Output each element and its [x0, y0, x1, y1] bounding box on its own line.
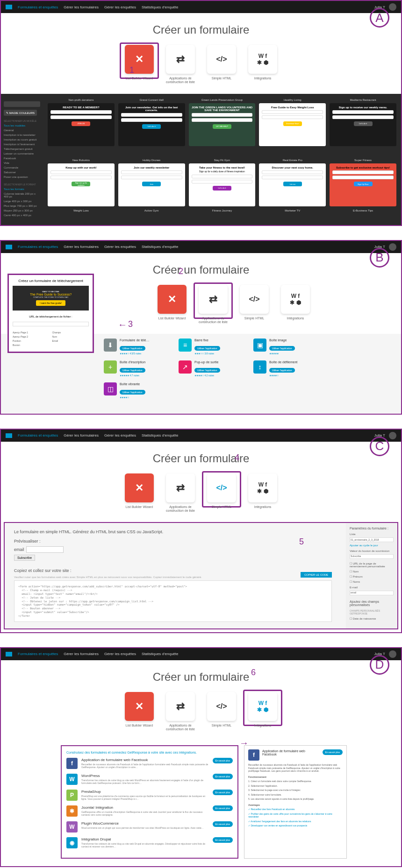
filter-item[interactable]: Inscription au cours gratuit — [4, 137, 40, 142]
app-icon: ⬇ — [104, 339, 117, 352]
template-card[interactable]: Sign up to receive our weekly menu.Let's… — [330, 103, 396, 146]
tile-wizard[interactable]: ✕ List Builder Wizard — [122, 45, 157, 85]
settings-panel: Paramètres du formulaire : Liste 01_anni… — [346, 523, 397, 628]
app-item[interactable]: ▣Boîte imageUtiliser l'application★★★★★ — [253, 339, 319, 355]
use-app-button[interactable]: Utiliser l'application — [120, 390, 145, 395]
tile-wizard[interactable]: ✕List Builder Wizard — [155, 285, 189, 325]
code-block[interactable]: <form action="https://app.getresponse.co… — [14, 580, 332, 621]
app-item[interactable]: ⬇Formulaire de télé…Utiliser l'applicati… — [104, 339, 169, 355]
filter-item[interactable]: Vide — [4, 161, 40, 165]
copy-code-button[interactable]: COPIER LE CODE — [301, 572, 332, 578]
tile-html[interactable]: </>Simple HTML — [204, 473, 239, 513]
template-card[interactable]: Subscribe to get exclusive workout tips!… — [330, 163, 396, 206]
integration-item[interactable]: ◉Intégration DrupalTransformez les visit… — [66, 837, 233, 848]
liste-select[interactable]: 01_anniversaire_2_3_2018 — [350, 537, 394, 542]
tile-wizard[interactable]: ✕List Builder Wizard — [122, 692, 157, 732]
subscribe-button[interactable]: Subscribe — [14, 555, 35, 561]
use-app-button[interactable]: Utiliser l'application — [120, 368, 145, 373]
filter-item[interactable]: Commande — [4, 165, 40, 170]
preview-cta[interactable]: I want the free guide! — [36, 300, 65, 306]
template-card[interactable]: Take your fitness to the next level!Sign… — [189, 163, 256, 206]
learn-more-button[interactable]: En savoir plus — [213, 837, 233, 843]
magic-colors-button[interactable]: ✎ MAGIE COULEURS — [4, 110, 37, 116]
integration-item[interactable]: PPrestaShopPrestaShop est une plateforme… — [66, 790, 233, 801]
use-app-button[interactable]: Utiliser l'application — [194, 346, 220, 351]
filter-item[interactable]: Inscription à la newsletter — [4, 133, 40, 137]
tile-integrations[interactable]: W f✱ ⬢Intégrations — [278, 285, 313, 325]
integration-item[interactable]: WPlugin WooCommerceWooCommerce est un pl… — [66, 821, 233, 833]
nav-sub3[interactable]: Statistiques d'enquête — [142, 5, 178, 9]
tile-apps[interactable]: ⇄Applications de construction de liste — [163, 692, 198, 732]
use-app-button[interactable]: Utiliser l'application — [194, 368, 220, 373]
format-all[interactable]: Tous les formats — [4, 187, 40, 191]
facebook-icon: f — [248, 749, 259, 761]
card-header: Non-profit donations — [48, 99, 115, 101]
letter-a: A — [370, 8, 389, 28]
integration-item[interactable]: ✱Joomla! IntégrationGetResponse offre un… — [66, 805, 233, 817]
template-card[interactable]: Keep up with our work!Sign me up for upd… — [48, 163, 115, 206]
url-input[interactable] — [13, 322, 89, 326]
tile-html[interactable]: </>Simple HTML — [204, 45, 239, 85]
avatar-icon[interactable] — [389, 243, 396, 251]
filter-item[interactable]: Général — [4, 128, 40, 133]
nav-sub1[interactable]: Gérer les formulaires — [64, 5, 99, 9]
tile-wizard[interactable]: ✕List Builder Wizard — [122, 473, 157, 513]
template-card[interactable]: JOIN THE GREEN LANDS VOLUNTEERS AND SAVE… — [189, 103, 256, 146]
nav-menu[interactable]: Formulaires et enquêtes — [18, 5, 58, 9]
use-app-button[interactable]: Utiliser l'application — [269, 346, 295, 351]
use-app-button[interactable]: Utiliser l'application — [269, 368, 295, 373]
avatar-icon[interactable] — [389, 3, 396, 11]
learn-more-button[interactable]: En savoir plus — [213, 758, 233, 763]
template-card[interactable]: READY TO BE A MEMBER?JOIN US — [48, 103, 115, 146]
detail-button[interactable]: En savoir plus — [323, 749, 343, 755]
avatar-icon[interactable] — [389, 650, 396, 658]
filter-all[interactable]: Tous les modèles — [4, 123, 40, 128]
format-item[interactable]: Plus large 700 px x 300 px — [4, 204, 40, 208]
submit-value-input[interactable]: Subscribe — [350, 554, 394, 559]
email-input[interactable] — [26, 546, 64, 553]
app-icon: + — [104, 360, 117, 374]
mail-icon — [6, 652, 12, 656]
tile-html[interactable]: </>Simple HTML — [204, 692, 239, 732]
learn-more-button[interactable]: En savoir plus — [213, 805, 233, 811]
template-card[interactable]: Discover your next cozy home.Let me — [259, 163, 326, 206]
template-card[interactable]: Free Guide to Easy Weight LossDownload N… — [259, 103, 326, 146]
tile-apps[interactable]: ⇄Applications de construction de liste — [163, 45, 198, 85]
tile-apps[interactable]: ⇄Applications de construction de liste — [163, 473, 198, 513]
filter-item[interactable]: Téléchargement gratuit — [4, 147, 40, 151]
tile-integrations[interactable]: W f✱ ⬢Intégrations — [245, 692, 280, 732]
format-item[interactable]: Colonne latérale 200 px x 400 px — [4, 191, 40, 199]
avatar-icon[interactable] — [389, 432, 396, 439]
learn-more-button[interactable]: En savoir plus — [213, 790, 233, 795]
template-card[interactable]: Join our newsletter. Get info on the las… — [118, 103, 185, 146]
nav-sub2[interactable]: Gérer les enquêtes — [104, 5, 136, 9]
template-card[interactable]: Join our weekly newsletterJoin — [118, 163, 185, 206]
filter-item[interactable]: Inscription à l'événement — [4, 142, 40, 147]
learn-more-button[interactable]: En savoir plus — [213, 774, 233, 779]
format-item[interactable]: Moyen 250 px x 300 px — [4, 208, 40, 213]
app-item[interactable]: ≡Barre fixeUtiliser l'application★★★☆☆ 3… — [179, 339, 244, 355]
format-item[interactable]: Carré 400 px x 400 px — [4, 213, 40, 218]
integration-item[interactable]: WWordPressTransformez les visiteurs de v… — [66, 774, 233, 785]
integration-icon: f — [66, 758, 78, 769]
filter-item[interactable]: Poser une question — [4, 175, 40, 179]
integration-item[interactable]: fApplication de formulaire web FacebookR… — [66, 758, 233, 769]
tile-apps[interactable]: ⇄Applications de construction de liste — [196, 285, 230, 325]
email-label-input[interactable]: email — [350, 591, 394, 595]
search-input[interactable] — [4, 101, 40, 107]
integrations-list: Construisez des formulaires et connectez… — [61, 745, 238, 859]
app-item[interactable]: ↗Pop-up de sortieUtiliser l'application★… — [179, 360, 244, 377]
app-item[interactable]: ↕Boîte de défilementUtiliser l'applicati… — [253, 360, 319, 377]
use-app-button[interactable]: Utiliser l'application — [120, 346, 145, 351]
format-item[interactable]: Large 400 px x 300 px — [4, 199, 40, 204]
filter-item[interactable]: Facebook — [4, 156, 40, 161]
filter-item[interactable]: Laisser un commentaire — [4, 151, 40, 156]
integration-icon: ◉ — [66, 837, 78, 848]
tile-html[interactable]: </>Simple HTML — [237, 285, 272, 325]
app-item[interactable]: +Boîte d'inscriptionUtiliser l'applicati… — [104, 360, 169, 377]
tile-integrations[interactable]: W f✱ ⬢Intégrations — [245, 473, 280, 513]
tile-integrations[interactable]: W f✱ ⬢Intégrations — [245, 45, 280, 85]
filter-item[interactable]: Sabonner — [4, 170, 40, 175]
app-item[interactable]: ◫Boîte vibranteUtiliser l'application★★★… — [104, 382, 169, 399]
learn-more-button[interactable]: En savoir plus — [213, 821, 233, 827]
